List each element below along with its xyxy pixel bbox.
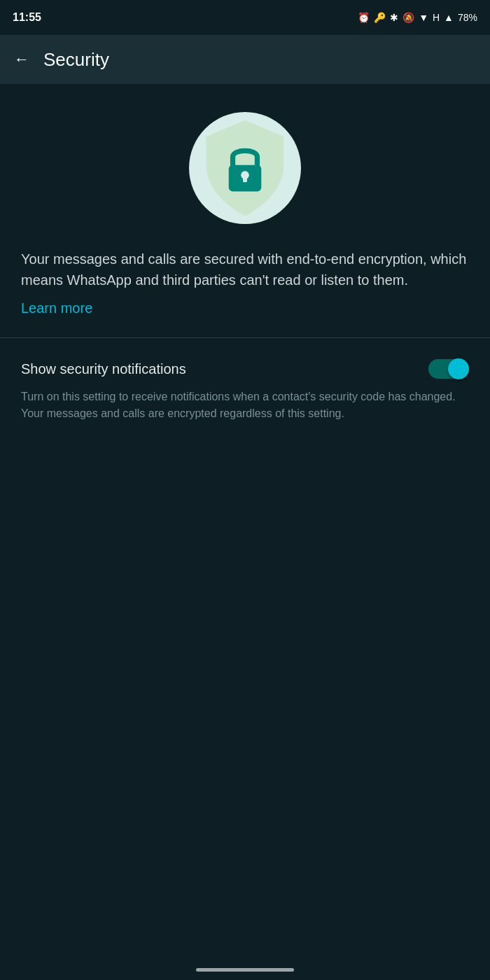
wifi-icon: ▼	[419, 12, 428, 23]
icon-circle	[189, 112, 301, 224]
section-divider	[0, 337, 490, 338]
security-notifications-toggle[interactable]	[428, 358, 469, 380]
status-time: 11:55	[13, 11, 41, 24]
alarm-icon: ⏰	[358, 12, 370, 23]
learn-more-link[interactable]: Learn more	[21, 300, 92, 316]
status-bar: 11:55 ⏰ 🔑 ✱ 🔕 ▼ H ▲ 78%	[0, 0, 490, 35]
notifications-title: Show security notifications	[21, 361, 186, 377]
notifications-description: Turn on this setting to receive notifica…	[21, 388, 469, 422]
bluetooth-icon: ✱	[390, 12, 398, 23]
toggle-thumb	[448, 358, 469, 379]
network-h-icon: H	[433, 12, 440, 23]
key-icon: 🔑	[374, 12, 386, 23]
notifications-header: Show security notifications	[21, 358, 469, 380]
main-content: Your messages and calls are secured with…	[0, 84, 490, 443]
app-bar: ← Security	[0, 35, 490, 84]
notifications-section: Show security notifications Turn on this…	[21, 358, 469, 422]
battery-icon: 78%	[458, 12, 477, 23]
mute-icon: 🔕	[402, 12, 414, 23]
svg-rect-2	[243, 175, 247, 182]
encryption-description: Your messages and calls are secured with…	[21, 248, 469, 290]
back-button[interactable]: ←	[14, 50, 29, 69]
signal-icon: ▲	[444, 12, 454, 23]
shield-lock-icon	[189, 112, 301, 224]
encryption-icon-section	[21, 112, 469, 224]
home-indicator	[196, 968, 294, 972]
status-icons: ⏰ 🔑 ✱ 🔕 ▼ H ▲ 78%	[358, 12, 477, 23]
page-title: Security	[43, 49, 109, 71]
encryption-description-section: Your messages and calls are secured with…	[21, 248, 469, 316]
